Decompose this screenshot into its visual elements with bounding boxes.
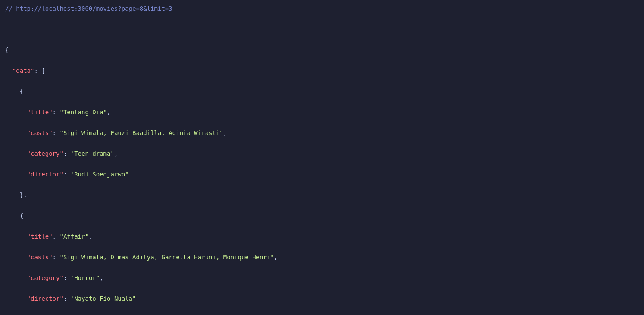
object-close: }, [20, 192, 27, 198]
json-key-category: "category" [27, 150, 63, 157]
json-key-data: "data" [13, 67, 34, 74]
code-block: // http://localhost:3000/movies?page=8&l… [5, 3, 639, 315]
json-key-title: "title" [27, 233, 53, 240]
json-key-category: "category" [27, 274, 63, 281]
json-value-casts-0: "Sigi Wimala, Fauzi Baadilla, Adinia Wir… [59, 129, 223, 136]
json-key-director: "director" [27, 171, 63, 178]
json-key-director: "director" [27, 295, 63, 302]
object-open: { [20, 212, 23, 219]
json-value-director-0: "Rudi Soedjarwo" [71, 171, 129, 178]
object-open: { [20, 88, 23, 95]
json-key-title: "title" [27, 109, 53, 116]
json-key-casts: "casts" [27, 254, 53, 261]
json-key-casts: "casts" [27, 129, 53, 136]
json-value-category-0: "Teen drama" [71, 150, 114, 157]
json-value-title-0: "Tentang Dia" [59, 109, 107, 116]
json-value-category-1: "Horror" [71, 274, 100, 281]
json-value-director-1: "Nayato Fio Nuala" [71, 295, 136, 302]
url-comment: // http://localhost:3000/movies?page=8&l… [5, 5, 172, 12]
json-value-casts-1: "Sigi Wimala, Dimas Aditya, Garnetta Har… [59, 254, 274, 261]
brace-open: { [5, 47, 9, 54]
json-value-title-1: "Affair" [59, 233, 88, 240]
